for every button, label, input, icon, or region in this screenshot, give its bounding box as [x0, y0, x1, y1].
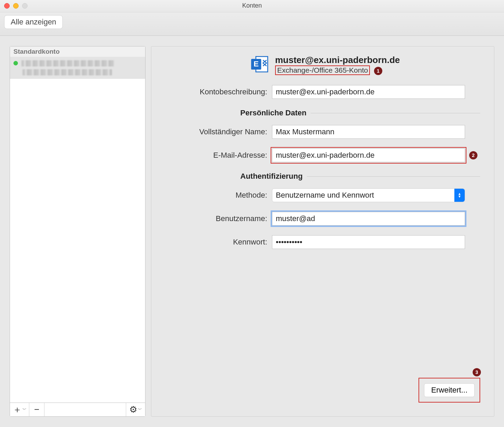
fullname-input[interactable] [272, 125, 465, 139]
annotation-box-3: Erweitert... [419, 378, 480, 403]
username-input[interactable] [272, 212, 465, 226]
chevron-down-icon: ﹀ [22, 407, 27, 413]
account-detail-pane: E muster@ex.uni-paderborn.de Exchange-/O… [151, 46, 494, 417]
select-caret-icon: ▲▼ [454, 189, 465, 202]
annotation-box-1: Exchange-/Office 365-Konto [275, 65, 370, 75]
sidebar-section-header: Standardkonto [10, 46, 145, 57]
label-email: E-Mail-Adresse: [165, 151, 272, 160]
exchange-icon: E [250, 55, 269, 75]
gear-icon: ⚙ [129, 404, 137, 415]
redacted-account-email [22, 69, 112, 75]
status-online-icon [13, 61, 18, 65]
advanced-wrap: 3 Erweitert... [419, 378, 480, 403]
label-username: Benutzername: [165, 214, 272, 223]
svg-text:E: E [254, 60, 259, 68]
email-input[interactable] [272, 148, 465, 162]
show-all-button[interactable]: Alle anzeigen [4, 15, 63, 29]
content: Standardkonto ＋﹀ − ⚙﹀ E [0, 36, 504, 427]
accounts-sidebar: Standardkonto ＋﹀ − ⚙﹀ [10, 46, 145, 417]
redacted-account-name [21, 60, 114, 66]
add-account-button[interactable]: ＋﹀ [10, 403, 29, 416]
label-fullname: Vollständiger Name: [165, 127, 272, 136]
account-header: E muster@ex.uni-paderborn.de Exchange-/O… [250, 55, 480, 75]
account-subtitle: Exchange-/Office 365-Konto [277, 66, 368, 74]
account-list-item[interactable] [10, 57, 145, 79]
label-method: Methode: [165, 191, 272, 200]
section-auth: Authentifizierung [240, 172, 303, 181]
method-select-value: Benutzername und Kennwort [276, 191, 374, 200]
label-description: Kontobeschreibung: [165, 87, 272, 96]
method-select[interactable]: Benutzername und Kennwort ▲▼ [272, 188, 465, 202]
account-settings-button[interactable]: ⚙﹀ [126, 403, 145, 416]
annotation-badge-1: 1 [374, 67, 382, 75]
remove-account-button[interactable]: − [29, 403, 44, 416]
window-title: Konten [0, 2, 504, 9]
titlebar: Konten [0, 0, 504, 12]
section-personal: Persönliche Daten [240, 108, 306, 117]
annotation-badge-2: 2 [469, 151, 477, 159]
password-input[interactable] [272, 235, 465, 249]
label-password: Kennwort: [165, 238, 272, 247]
toolbar: Alle anzeigen [0, 12, 504, 36]
chevron-down-icon: ﹀ [138, 407, 142, 413]
sidebar-footer: ＋﹀ − ⚙﹀ [10, 403, 145, 416]
description-input[interactable] [272, 85, 465, 99]
advanced-button[interactable]: Erweitert... [424, 383, 475, 397]
account-title: muster@ex.uni-paderborn.de [275, 55, 400, 65]
annotation-badge-3: 3 [473, 368, 481, 376]
plus-icon: ＋ [13, 404, 22, 416]
